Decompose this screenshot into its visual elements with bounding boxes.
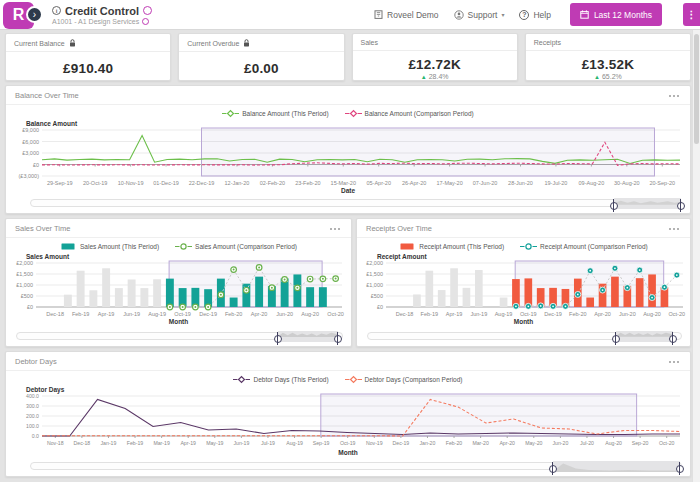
slider-handle-start[interactable] — [612, 335, 620, 343]
scrollbar-thumb[interactable] — [694, 34, 699, 144]
legend-label: Sales Amount (This Period) — [80, 243, 159, 250]
date-range-slider[interactable] — [367, 331, 682, 342]
panel-sales-over-time: Sales Over Time Sales Amount (This Perio… — [5, 218, 352, 347]
legend-label: Debtor Days (This Period) — [253, 376, 328, 383]
svg-text:28-Jun-20: 28-Jun-20 — [508, 180, 533, 186]
nav-support-label: Support — [468, 10, 498, 20]
kpi-value: £0.00 — [179, 52, 343, 76]
svg-text:Aug-20: Aug-20 — [301, 311, 319, 317]
nav-company[interactable]: Roveel Demo — [374, 10, 439, 20]
legend-marker-square — [399, 242, 416, 251]
slider-handle-start[interactable] — [274, 335, 282, 343]
legend-marker-square — [60, 242, 77, 251]
slider-handle-end[interactable] — [676, 465, 684, 473]
header-menu-button[interactable]: ⋮ — [683, 3, 700, 26]
date-range-label: Last 12 Months — [594, 10, 652, 20]
nav-support[interactable]: Support ▾ — [454, 10, 505, 20]
legend-item[interactable]: Sales Amount (Comparison Period) — [175, 242, 297, 251]
kpi-label: Current Balance — [14, 40, 65, 47]
svg-text:Mar-20: Mar-20 — [472, 440, 489, 446]
svg-text:02-Feb-20: 02-Feb-20 — [260, 180, 285, 186]
sales-bar-chart[interactable]: £2,000£1,500£1,000£500£0Dec-18Feb-19Apr-… — [8, 260, 349, 320]
panel-menu-icon[interactable] — [667, 93, 681, 99]
y-axis-title: Balance Amount — [26, 120, 690, 127]
svg-text:Jan-20: Jan-20 — [420, 440, 436, 446]
slider-window[interactable] — [614, 198, 681, 209]
svg-text:07-Jun-20: 07-Jun-20 — [473, 180, 498, 186]
svg-text:Apr-20: Apr-20 — [251, 311, 268, 317]
slider-handle-start[interactable] — [610, 202, 618, 210]
svg-text:30-Aug-20: 30-Aug-20 — [614, 180, 640, 186]
svg-text:£1,000: £1,000 — [366, 282, 383, 288]
chart-legend: Sales Amount (This Period)Sales Amount (… — [6, 238, 351, 251]
date-range-slider[interactable] — [30, 461, 682, 472]
panel-menu-icon[interactable] — [667, 359, 681, 365]
slider-handle-end[interactable] — [334, 335, 342, 343]
legend-item[interactable]: Debtor Days (Comparison Period) — [345, 375, 463, 384]
subtitle-badge-icon[interactable] — [142, 18, 149, 25]
header-nav: Roveel Demo Support ▾ ? Help Last 12 Mon… — [374, 3, 700, 26]
svg-text:£3,000: £3,000 — [22, 150, 39, 156]
svg-text:Oct-20: Oct-20 — [327, 311, 344, 317]
page-scrollbar[interactable] — [692, 30, 700, 482]
sidebar-expand-button[interactable]: › — [26, 6, 43, 23]
svg-text:Aug-19: Aug-19 — [286, 440, 303, 446]
svg-text:Jun-19: Jun-19 — [123, 311, 140, 317]
svg-text:Feb-20: Feb-20 — [225, 311, 242, 317]
legend-item[interactable]: Receipt Amount (Comparison Period) — [520, 242, 648, 251]
kpi-delta: ▲65.2% — [526, 72, 690, 80]
svg-text:May-19: May-19 — [206, 440, 223, 446]
legend-item[interactable]: Receipt Amount (This Period) — [399, 242, 504, 251]
slider-track[interactable] — [30, 199, 682, 207]
kpi-label: Receipts — [534, 39, 561, 46]
date-range-button[interactable]: Last 12 Months — [570, 3, 662, 26]
nav-help[interactable]: ? Help — [519, 10, 550, 20]
page-title: Credit Control — [65, 5, 139, 17]
svg-text:Jun-19: Jun-19 — [470, 311, 487, 317]
svg-text:£1,500: £1,500 — [366, 271, 383, 277]
svg-text:Dec-19: Dec-19 — [393, 440, 410, 446]
slider-sparkline — [553, 461, 680, 472]
svg-text:(£3,000): (£3,000) — [19, 173, 40, 179]
kpi-row: Current Balance £910.40 Current Overdue … — [5, 33, 691, 81]
date-range-slider[interactable] — [30, 198, 682, 209]
svg-text:100.0: 100.0 — [26, 423, 39, 429]
slider-sparkline — [278, 331, 338, 337]
svg-text:£500: £500 — [21, 293, 33, 299]
svg-text:26-Apr-20: 26-Apr-20 — [402, 180, 426, 186]
slider-handle-end[interactable] — [677, 202, 685, 210]
dashboard-settings-icon[interactable] — [143, 6, 152, 15]
svg-text:£2,000: £2,000 — [16, 260, 33, 266]
slider-window[interactable] — [616, 331, 673, 342]
panel-balance-over-time: Balance Over Time Balance Amount (This P… — [5, 85, 691, 214]
slider-window[interactable] — [278, 331, 339, 342]
date-range-slider[interactable] — [16, 331, 343, 342]
legend-label: Receipt Amount (Comparison Period) — [540, 243, 648, 250]
legend-label: Receipt Amount (This Period) — [419, 243, 504, 250]
info-icon[interactable]: i — [52, 6, 61, 15]
debtor-days-line-chart[interactable]: 400.0300.0200.0100.00.0Nov-18Dec-18Jan-1… — [8, 393, 688, 451]
slider-handle-start[interactable] — [549, 465, 557, 473]
legend-label: Debtor Days (Comparison Period) — [365, 376, 463, 383]
panel-menu-icon[interactable] — [667, 226, 681, 232]
panel-title: Receipts Over Time — [366, 224, 432, 233]
kpi-current-overdue: Current Overdue £0.00 — [178, 33, 344, 81]
legend-item[interactable]: Debtor Days (This Period) — [233, 375, 328, 384]
legend-item[interactable]: Balance Amount (Comparison Period) — [345, 109, 474, 118]
lock-icon — [243, 39, 250, 47]
y-axis-title: Sales Amount — [26, 253, 351, 260]
kpi-label: Current Overdue — [187, 40, 239, 47]
receipts-bar-chart[interactable]: £2,000£1,500£1,000£500£0Dec-18Feb-19Apr-… — [358, 260, 690, 320]
x-axis-title: Month — [6, 449, 690, 456]
panel-menu-icon[interactable] — [328, 226, 342, 232]
svg-text:20-Oct-19: 20-Oct-19 — [83, 180, 107, 186]
balance-line-chart[interactable]: £9,000£6,000£3,000£0(£3,000)29-Sep-1920-… — [8, 127, 688, 189]
svg-text:£500: £500 — [370, 293, 382, 299]
legend-item[interactable]: Sales Amount (This Period) — [60, 242, 159, 251]
slider-window[interactable] — [553, 461, 680, 472]
svg-text:Feb-20: Feb-20 — [446, 440, 463, 446]
legend-item[interactable]: Balance Amount (This Period) — [222, 109, 328, 118]
svg-text:01-Dec-19: 01-Dec-19 — [153, 180, 179, 186]
slider-handle-end[interactable] — [669, 335, 677, 343]
svg-text:15-Mar-20: 15-Mar-20 — [331, 180, 356, 186]
